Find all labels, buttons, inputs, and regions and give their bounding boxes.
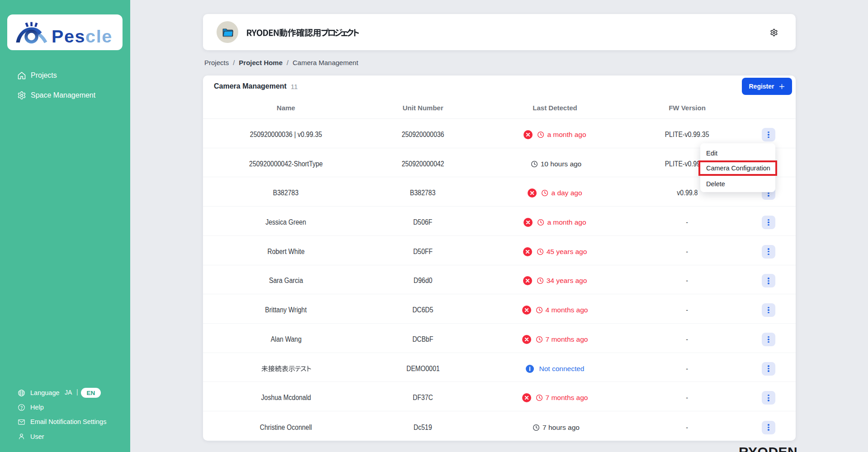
svg-text:Pescle: Pescle [52, 26, 113, 46]
